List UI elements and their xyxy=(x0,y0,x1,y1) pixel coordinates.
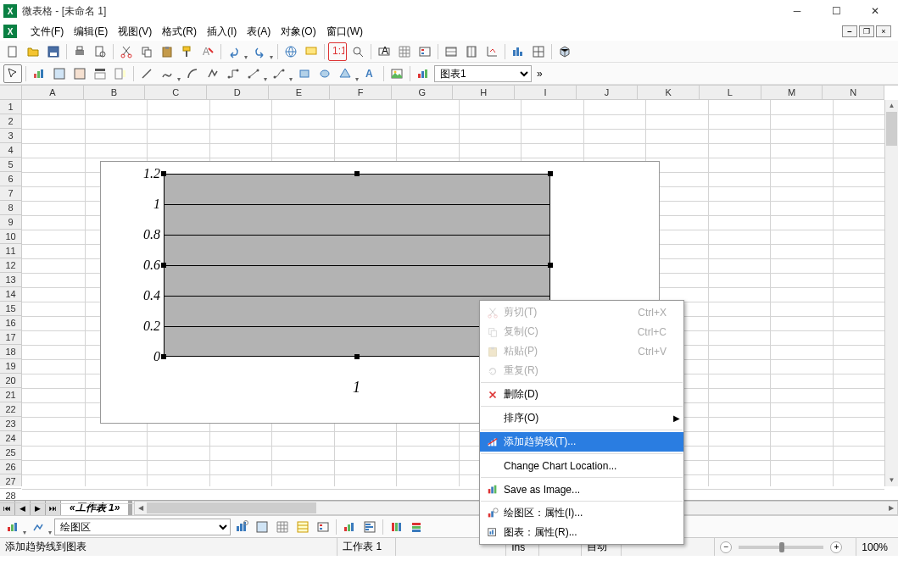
chart-legend-button[interactable] xyxy=(111,64,130,83)
comment-button[interactable] xyxy=(302,42,321,61)
open-button[interactable] xyxy=(24,42,42,61)
select-button[interactable] xyxy=(3,64,22,83)
data-table-button[interactable] xyxy=(529,42,548,61)
row-header-6[interactable]: 6 xyxy=(0,172,21,186)
maximize-button[interactable]: ☐ xyxy=(817,0,856,22)
scroll-down-arrow[interactable]: ▼ xyxy=(885,474,898,486)
menu-format[interactable]: 格式(R) xyxy=(157,23,202,41)
arc-button[interactable] xyxy=(183,64,202,83)
col-header-A[interactable]: A xyxy=(22,86,84,99)
new-button[interactable] xyxy=(3,42,22,61)
row-header-28[interactable]: 28 xyxy=(0,489,21,503)
row-header-23[interactable]: 23 xyxy=(0,417,21,431)
ctx-add-trendline[interactable]: 添加趋势线(T)... xyxy=(480,432,683,452)
row-header-9[interactable]: 9 xyxy=(0,215,21,230)
fontwork-button[interactable]: A xyxy=(361,64,380,83)
col-header-B[interactable]: B xyxy=(84,86,146,99)
row-header-21[interactable]: 21 xyxy=(0,388,21,402)
data-range-button[interactable] xyxy=(509,42,527,61)
chart-insert-button[interactable] xyxy=(414,64,432,83)
scroll-up-arrow[interactable]: ▲ xyxy=(885,100,898,112)
hyperlink-button[interactable] xyxy=(282,42,300,61)
paste-button[interactable] xyxy=(158,42,176,61)
ctx-delete[interactable]: 删除(D) xyxy=(480,385,683,404)
chart-element-dd[interactable] xyxy=(29,518,47,536)
bt-legend[interactable] xyxy=(314,518,332,536)
row-header-1[interactable]: 1 xyxy=(0,100,21,114)
mdi-minimize[interactable]: ‒ xyxy=(842,25,857,37)
undo-button[interactable] xyxy=(225,42,243,61)
ellipse-button[interactable] xyxy=(315,64,334,83)
bt-chart2[interactable] xyxy=(253,518,271,536)
actual-size-button[interactable]: 1:1 xyxy=(328,42,347,61)
shapes-button[interactable] xyxy=(336,64,354,83)
row-header-17[interactable]: 17 xyxy=(0,330,21,345)
chart-type-dd[interactable] xyxy=(3,518,22,536)
bt-grid[interactable] xyxy=(273,518,292,536)
row-header-27[interactable]: 27 xyxy=(0,474,21,489)
connector-button[interactable] xyxy=(224,64,243,83)
col-header-H[interactable]: H xyxy=(453,86,515,99)
spreadsheet-grid[interactable]: ABCDEFGHIJKLMN 1234567891011121314151617… xyxy=(0,85,898,500)
row-header-10[interactable]: 10 xyxy=(0,230,21,244)
3d-button[interactable] xyxy=(555,42,574,61)
mdi-restore[interactable]: ❐ xyxy=(859,25,874,37)
row-headers[interactable]: 1234567891011121314151617181920212223242… xyxy=(0,100,22,486)
hscroll-thumb[interactable] xyxy=(147,502,316,513)
redo-button[interactable] xyxy=(250,42,269,61)
row-header-25[interactable]: 25 xyxy=(0,446,21,460)
col-header-E[interactable]: E xyxy=(269,86,331,99)
row-header-18[interactable]: 18 xyxy=(0,345,21,359)
vscroll-thumb[interactable] xyxy=(886,112,897,146)
row-header-5[interactable]: 5 xyxy=(0,158,21,172)
menu-edit[interactable]: 编辑(E) xyxy=(69,23,113,41)
row-header-12[interactable]: 12 xyxy=(0,258,21,273)
bt-rows[interactable] xyxy=(407,518,426,536)
col-header-K[interactable]: K xyxy=(638,86,700,99)
ctx-change-location[interactable]: Change Chart Location... xyxy=(480,456,683,475)
zoom-button[interactable] xyxy=(349,42,367,61)
bt-cols[interactable] xyxy=(387,518,405,536)
line-button[interactable] xyxy=(137,64,156,83)
ctx-save-image[interactable]: Save as Image... xyxy=(480,480,683,499)
row-header-14[interactable]: 14 xyxy=(0,287,21,302)
row-header-15[interactable]: 15 xyxy=(0,302,21,316)
freeform-button[interactable] xyxy=(204,64,222,83)
chart-element-select[interactable]: 图表1 xyxy=(434,65,532,82)
textbox-button[interactable]: A xyxy=(375,42,393,61)
row-header-4[interactable]: 4 xyxy=(0,143,21,158)
bt-bar[interactable] xyxy=(340,518,359,536)
vertical-scrollbar[interactable]: ▲ ▼ xyxy=(884,100,898,486)
col-header-J[interactable]: J xyxy=(577,86,639,99)
row-header-2[interactable]: 2 xyxy=(0,114,21,129)
bt-chart1[interactable] xyxy=(232,518,251,536)
chart-area-button[interactable] xyxy=(50,64,69,83)
col-header-G[interactable]: G xyxy=(392,86,454,99)
toolbar-more[interactable]: » xyxy=(533,68,546,80)
row-header-16[interactable]: 16 xyxy=(0,316,21,330)
zoom-slider[interactable] xyxy=(739,546,823,549)
column-headers[interactable]: ABCDEFGHIJKLMN xyxy=(22,86,884,100)
col-header-F[interactable]: F xyxy=(330,86,392,99)
connector2-button[interactable] xyxy=(244,64,263,83)
format-paint-button[interactable] xyxy=(178,42,197,61)
bt-horiz[interactable] xyxy=(360,518,379,536)
row-header-19[interactable]: 19 xyxy=(0,359,21,374)
vert-grid-button[interactable] xyxy=(462,42,481,61)
axes-button[interactable] xyxy=(482,42,501,61)
row-header-3[interactable]: 3 xyxy=(0,129,21,143)
save-button[interactable] xyxy=(44,42,63,61)
menu-window[interactable]: 窗口(W) xyxy=(321,23,368,41)
zoom-level[interactable]: 100% xyxy=(856,538,893,556)
print-button[interactable] xyxy=(70,42,89,61)
connector3-button[interactable] xyxy=(270,64,288,83)
col-header-C[interactable]: C xyxy=(145,86,207,99)
bt-table[interactable] xyxy=(293,518,312,536)
print-preview-button[interactable] xyxy=(91,42,109,61)
row-header-13[interactable]: 13 xyxy=(0,273,21,287)
grid-button[interactable] xyxy=(395,42,414,61)
menu-file[interactable]: 文件(F) xyxy=(25,23,69,41)
clear-format-button[interactable]: A xyxy=(198,42,217,61)
chart-type-button[interactable] xyxy=(30,64,48,83)
row-header-26[interactable]: 26 xyxy=(0,460,21,474)
